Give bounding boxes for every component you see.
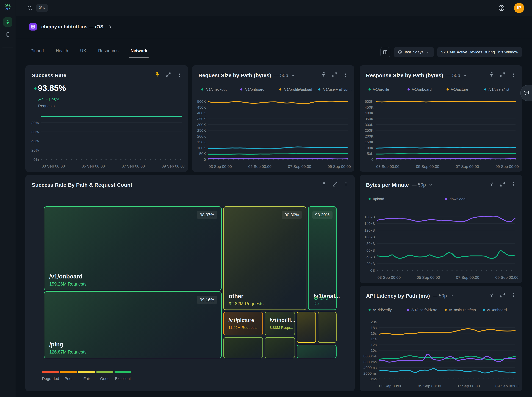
- percentile-selector[interactable]: — 50p: [412, 182, 426, 188]
- expand-icon[interactable]: [332, 181, 338, 187]
- svg-text:40kB: 40kB: [366, 255, 375, 259]
- percentile-selector[interactable]: — 50p: [446, 73, 460, 78]
- svg-text:03 Sep 00:00: 03 Sep 00:00: [42, 164, 65, 168]
- treemap-tile-tile_lime_b[interactable]: [265, 337, 295, 358]
- sidebar-item-workflows[interactable]: [3, 17, 12, 27]
- search-button[interactable]: ⌘K: [27, 4, 48, 12]
- legend-item[interactable]: /v1/onboard: [407, 87, 432, 92]
- legend-item[interactable]: /v1/profile/upload: [279, 87, 312, 92]
- more-menu-icon[interactable]: [176, 72, 182, 78]
- pin-icon[interactable]: [321, 72, 327, 78]
- card-title: Bytes per Minute — 50p: [366, 182, 433, 188]
- treemap-tile-picture[interactable]: /v1/picture11.49M Requests: [223, 312, 263, 335]
- card-actions: [489, 72, 517, 78]
- legend-item[interactable]: /v1/checkout: [201, 87, 227, 92]
- topbar: ⌘K IP: [16, 0, 532, 16]
- breadcrumb[interactable]: chippy.io.bitdrift.ios — iOS: [29, 23, 113, 31]
- treemap-tile-tile_green_wide[interactable]: [297, 345, 337, 358]
- tab-ux[interactable]: UX: [80, 48, 86, 58]
- legend-label: /v1/onboard: [487, 308, 507, 312]
- treemap-legend-item: Good: [97, 371, 113, 381]
- percentile-selector[interactable]: — 50p: [433, 293, 447, 299]
- grid-icon: [383, 50, 388, 55]
- time-range-dropdown[interactable]: last 7 days: [394, 47, 434, 57]
- treemap-tile-onboard[interactable]: 98.97%/v1/onboard159.26M Requests: [44, 206, 222, 290]
- expand-icon[interactable]: [500, 72, 506, 78]
- treemap-tile-analytics[interactable]: 98.29%/v1/anal...32.02M Re...: [308, 206, 337, 310]
- app-logo-icon[interactable]: [4, 3, 12, 11]
- treemap-tile-tile_olive[interactable]: [318, 312, 337, 343]
- phone-icon: [5, 32, 11, 37]
- tab-network[interactable]: Network: [131, 48, 147, 58]
- more-menu-icon[interactable]: [511, 72, 517, 78]
- svg-text:20%: 20%: [31, 148, 39, 152]
- more-menu-icon[interactable]: [511, 181, 517, 187]
- tab-health[interactable]: Health: [56, 48, 68, 58]
- svg-text:150K: 150K: [197, 140, 206, 144]
- sidebar-item-devices[interactable]: [3, 30, 12, 39]
- treemap-tile-tile_yellow[interactable]: [297, 312, 316, 343]
- chart-legend: /v1/checkout/v1/onboard/v1/profile/uploa…: [192, 87, 354, 93]
- svg-text:400K: 400K: [197, 111, 206, 115]
- expand-icon[interactable]: [500, 292, 506, 298]
- svg-text:05 Sep 00:00: 05 Sep 00:00: [417, 275, 440, 280]
- tile-path-label: /ping: [49, 341, 63, 348]
- card-title: Request Size by Path (bytes) — 50p: [199, 72, 295, 78]
- success-rate-chart: 0%20%40%60%80%03 Sep 00:0005 Sep 00:0007…: [31, 111, 184, 170]
- search-icon: [27, 5, 33, 11]
- time-range-value: last 7 days: [405, 50, 423, 55]
- legend-item[interactable]: /v1/id/verify: [369, 308, 392, 312]
- legend-item[interactable]: upload: [369, 197, 384, 201]
- help-icon[interactable]: [498, 4, 505, 12]
- legend-item[interactable]: /v1/profile: [369, 87, 389, 92]
- legend-item[interactable]: /v1/calculate/eta: [445, 308, 476, 312]
- legend-label: /v1/id/verify: [373, 308, 392, 312]
- layout-grid-button[interactable]: [380, 47, 390, 57]
- svg-text:0: 0: [371, 157, 374, 161]
- svg-text:6000ms: 6000ms: [363, 360, 377, 364]
- card-success-rate: Success Rate 93.85% +1.08% Requests 0%20…: [25, 65, 188, 172]
- legend-dot: [483, 309, 485, 311]
- legend-item[interactable]: /v1/onboard: [240, 87, 264, 92]
- more-menu-icon[interactable]: [343, 181, 349, 187]
- treemap-tile-other[interactable]: 90.30%other92.82M Requests: [223, 206, 306, 310]
- pin-icon[interactable]: [489, 292, 495, 298]
- svg-text:03 Sep 00:00: 03 Sep 00:00: [376, 164, 399, 169]
- expand-icon[interactable]: [165, 72, 171, 78]
- treemap-tile-notifications[interactable]: /v1/notifi...8.88M Requ...: [265, 312, 295, 335]
- pin-icon[interactable]: [154, 72, 160, 78]
- expand-icon[interactable]: [332, 72, 338, 78]
- legend-color-bar: [97, 371, 113, 373]
- legend-item[interactable]: /v1/users/list: [484, 87, 509, 92]
- legend-item[interactable]: /v1/onboard: [483, 308, 507, 312]
- pin-icon[interactable]: [489, 181, 495, 187]
- percentile-selector[interactable]: — 50p: [274, 73, 288, 78]
- treemap-tile-tile_lime_a[interactable]: [223, 337, 263, 358]
- app-grid-icon: [29, 23, 37, 31]
- legend-item[interactable]: /v1/user/<id>/re...: [407, 308, 440, 312]
- tab-resources[interactable]: Resources: [98, 48, 118, 58]
- legend-item[interactable]: download: [445, 197, 466, 201]
- pin-icon[interactable]: [489, 72, 495, 78]
- svg-text:450K: 450K: [365, 105, 374, 109]
- legend-item[interactable]: /v1/picture: [447, 87, 468, 92]
- card-title: Success Rate: [32, 72, 66, 78]
- svg-text:150K: 150K: [365, 140, 374, 144]
- more-menu-icon[interactable]: [343, 72, 349, 78]
- pin-icon[interactable]: [321, 181, 327, 187]
- avatar[interactable]: IP: [514, 3, 524, 13]
- tab-pinned[interactable]: Pinned: [30, 48, 44, 58]
- chevron-down-icon: [450, 294, 454, 298]
- active-devices-badge[interactable]: 920.34K Active Devices During This Windo…: [437, 47, 522, 57]
- legend-label: /v1/checkout: [206, 87, 227, 92]
- expand-icon[interactable]: [500, 181, 506, 187]
- treemap-tile-ping[interactable]: 99.16%/ping126.87M Requests: [44, 292, 222, 358]
- svg-text:200K: 200K: [197, 134, 206, 138]
- more-menu-icon[interactable]: [511, 292, 517, 298]
- svg-text:50K: 50K: [367, 152, 374, 156]
- lightning-icon: [5, 19, 11, 25]
- tile-request-count: 32.02M Re...: [314, 296, 336, 306]
- page-divider: [16, 39, 532, 39]
- legend-item[interactable]: /v1/user/<id>/pr...: [318, 87, 351, 92]
- card-success-by-path: Success Rate By Path & Request Count 98.…: [25, 175, 355, 391]
